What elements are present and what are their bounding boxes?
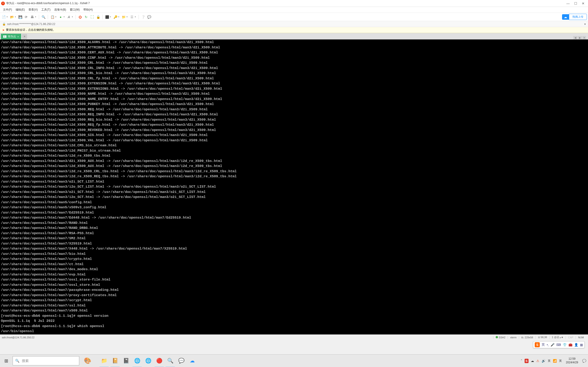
chat-button[interactable]: 💬 [147,15,152,19]
ime-toolbar[interactable]: S 英 •, 🎤 ⌨ 👕 🧰 👤 ▦ [533,341,585,348]
taskbar-clock[interactable]: 12:59 2024/4/29 [564,357,580,364]
notepad-icon[interactable]: 📓 [121,355,132,367]
separator [76,15,76,19]
address-text: ssh://root:***********@124.71.86.250:22 [7,23,55,26]
window-title: 华为云 - root@hcss-ecs-dbb6:/usr/local/src/… [6,1,566,5]
notes-app-icon[interactable]: 📔 [110,355,121,367]
tab-close-icon[interactable]: × [17,35,19,38]
toolbar: 📄▾ 📂▾ 💾 ⟳ 🖶▾ 🔍 📋▾ ●▾ A▾ ⏻ ↻ ⛶ 🔒 ⬛▾ 🔑▾ 📁▾… [0,13,588,21]
dropdown-icon[interactable]: ▾ [135,16,136,18]
tray-cloud-icon[interactable]: ☁ [531,359,534,363]
save-button[interactable]: 💾 [18,15,23,19]
ime-punct-icon[interactable]: •, [547,343,549,347]
tray-network-icon[interactable]: ⚠ [536,359,539,363]
refresh-button[interactable]: ↻ [84,15,89,19]
tray-wifi-icon[interactable]: 📶 [553,359,557,363]
menu-bar: 文件(F) 编辑(E) 查看(V) 工具(T) 选项卡(B) 窗口(W) 帮助(… [0,7,588,13]
dropdown-icon[interactable]: ▾ [72,16,73,18]
reconnect-button[interactable]: ⟳ [24,15,29,19]
tab-next-button[interactable]: ▶ [578,36,582,40]
fullscreen-button[interactable]: ⛶ [90,15,95,19]
dropdown-icon[interactable]: ▾ [110,16,111,18]
dropdown-icon[interactable]: ▾ [118,16,119,18]
dropdown-icon[interactable]: ▾ [127,16,128,18]
help-button[interactable]: ❔ [141,15,146,19]
start-button[interactable]: ⊞ [0,355,13,367]
menu-view[interactable]: 查看(V) [27,7,40,13]
session-tab[interactable]: 1 华为云 × [1,34,21,40]
print-button[interactable]: 🖶 [30,15,35,19]
ime-voice-icon[interactable]: 🎤 [551,343,554,347]
tab-prev-button[interactable]: ◀ [573,36,578,40]
menu-help[interactable]: 帮助(H) [82,7,95,13]
status-sessions: 1 会话 ▴ ✚ [549,336,566,339]
xshell-icon[interactable]: 🔴 [154,355,165,367]
add-tab-button[interactable]: + [22,34,27,39]
status-bar: ssh://root@124.71.86.250:22 SSH2 xterm �… [0,334,588,340]
menu-edit[interactable]: 编辑(E) [14,7,27,13]
desktop-pets-widget[interactable] [82,356,98,366]
chrome2-icon[interactable]: 🌐 [143,355,154,367]
terminal-output[interactable]: /usr/share/doc/openssl/html/man3/i2d_X50… [0,40,588,334]
ime-toolbox-icon[interactable]: 🧰 [569,343,572,347]
ime-language[interactable]: 英 [542,343,545,347]
taskbar-search[interactable]: 🔍 搜索 [13,356,79,365]
minimize-button[interactable]: — [566,2,570,5]
tray-volume-icon[interactable]: 🔊 [542,359,545,363]
dropdown-icon[interactable]: ▾ [7,16,8,18]
color-button[interactable]: ● [58,15,63,19]
system-tray: ˄ S ☁ ⚠ 🔊 英 📶 英 12:59 2024/4/29 💬 [521,357,588,364]
ime-indicator[interactable]: S [525,359,528,363]
folder-button[interactable]: 📁 [121,15,126,19]
menu-file[interactable]: 文件(F) [1,7,14,13]
address-bar[interactable]: 🔒 ssh://root:***********@124.71.86.250:2… [0,21,588,27]
open-button[interactable]: 📂 [9,15,15,19]
menu-tabs[interactable]: 选项卡(B) [52,7,68,13]
cloud-icon[interactable]: ☁ [562,14,569,20]
arrow-icon[interactable]: ➤ [2,28,5,32]
menu-window[interactable]: 窗口(W) [68,7,82,13]
ime-lang-indicator[interactable]: 英 [548,359,551,363]
cloud-icon[interactable]: ☁ [187,355,198,367]
app-icon: X [1,2,5,5]
dropdown-icon[interactable]: ▾ [15,16,16,18]
lock-icon: 🔒 [2,23,6,26]
file-explorer-icon[interactable]: 📁 [99,355,110,367]
everything-icon[interactable]: 🔍 [165,355,176,367]
dropdown-icon[interactable]: ▾ [584,23,586,26]
pinned-apps: 📁 📔 📓 🌐 🌐 🔴 🔍 💬 ☁ [99,355,198,367]
tray-up-icon[interactable]: ˄ [521,359,522,363]
new-session-button[interactable]: 📄 [1,15,6,19]
ime-keyboard-icon[interactable]: ⌨ [556,343,561,347]
dropdown-icon[interactable]: ▾ [35,16,36,18]
ime-mode-indicator[interactable]: 英 [559,359,562,363]
highlight-button[interactable]: ⬛ [104,15,110,19]
sogou-logo-icon[interactable]: S [535,342,540,347]
ime-grid-icon[interactable]: ▦ [580,343,583,347]
upload-button[interactable]: 拖拽上传 [569,14,587,20]
font-button[interactable]: A [66,15,71,19]
close-button[interactable]: ✕ [582,2,585,5]
ime-skin-icon[interactable]: 👕 [563,343,567,347]
key-button[interactable]: 🔑 [113,15,118,19]
wechat-icon[interactable]: 💬 [176,355,187,367]
dropdown-icon[interactable]: ▾ [55,16,56,18]
notification-icon[interactable]: 💬 [582,359,586,363]
ime-user-icon[interactable]: 👤 [574,343,578,347]
tab-list-button[interactable]: ▾ [582,36,586,40]
menu-tools[interactable]: 工具(T) [40,7,52,13]
disconnect-button[interactable]: ⏻ [78,15,83,19]
lock-button[interactable]: 🔒 [95,15,101,19]
search-placeholder: 搜索 [22,359,29,363]
list-button[interactable]: ☰ [129,15,134,19]
maximize-button[interactable]: ☐ [574,2,577,5]
separator [103,15,103,19]
copy-button[interactable]: 📋 [50,15,55,19]
search-icon: 🔍 [15,359,19,363]
find-button[interactable]: 🔍 [41,15,46,19]
status-term: xterm [508,336,519,339]
chrome-icon[interactable]: 🌐 [132,355,143,367]
info-text: 要添加当前会话，点击左侧的箭头按钮。 [6,28,56,32]
status-connection: ssh://root@124.71.86.250:22 [2,336,493,339]
dropdown-icon[interactable]: ▾ [64,16,65,18]
